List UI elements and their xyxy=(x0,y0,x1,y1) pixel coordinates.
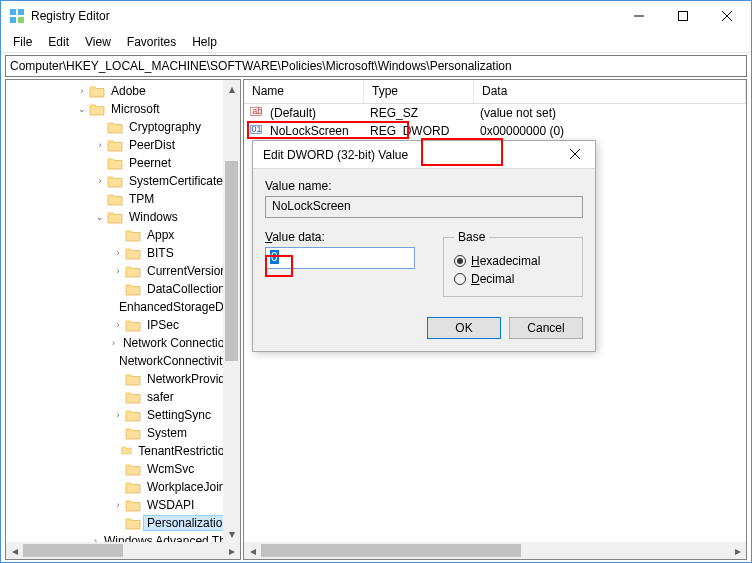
menu-help[interactable]: Help xyxy=(184,33,225,51)
tree-item-wcmsvc[interactable]: WcmSvc xyxy=(6,460,240,478)
tree-item-wsdapi[interactable]: ›WSDAPI xyxy=(6,496,240,514)
value-type: REG_DWORD xyxy=(368,124,478,138)
tree-item-label: Microsoft xyxy=(108,102,163,116)
folder-icon xyxy=(121,444,132,458)
tree-item-tenantrestrictions[interactable]: TenantRestrictions xyxy=(6,442,240,460)
tree-item-peernet[interactable]: Peernet xyxy=(6,154,240,172)
no-expand-icon xyxy=(94,121,106,133)
menu-file[interactable]: File xyxy=(5,33,40,51)
dialog-close-button[interactable] xyxy=(555,148,595,162)
folder-icon xyxy=(89,84,105,98)
chevron-right-icon[interactable]: › xyxy=(112,337,115,349)
menu-favorites[interactable]: Favorites xyxy=(119,33,184,51)
tree-item-label: PeerDist xyxy=(126,138,178,152)
tree-item-tpm[interactable]: TPM xyxy=(6,190,240,208)
chevron-right-icon[interactable]: › xyxy=(76,85,88,97)
folder-icon xyxy=(125,246,141,260)
folder-icon xyxy=(107,120,123,134)
tree-item-windows[interactable]: ⌄Windows xyxy=(6,208,240,226)
no-expand-icon xyxy=(112,517,124,529)
folder-icon xyxy=(125,264,141,278)
tree-item-adobe[interactable]: ›Adobe xyxy=(6,82,240,100)
menu-view[interactable]: View xyxy=(77,33,119,51)
tree-item-bits[interactable]: ›BITS xyxy=(6,244,240,262)
no-expand-icon xyxy=(112,229,124,241)
value-row[interactable]: 011NoLockScreenREG_DWORD0x00000000 (0) xyxy=(244,122,746,140)
tree-item-appx[interactable]: Appx xyxy=(6,226,240,244)
tree-item-currentversion[interactable]: ›CurrentVersion xyxy=(6,262,240,280)
menu-edit[interactable]: Edit xyxy=(40,33,77,51)
svg-rect-1 xyxy=(18,9,24,15)
ok-button[interactable]: OK xyxy=(427,317,501,339)
radio-dec-label: Decimal xyxy=(471,272,514,286)
folder-icon xyxy=(125,516,141,530)
tree-item-microsoft[interactable]: ⌄Microsoft xyxy=(6,100,240,118)
tree-item-label: Windows xyxy=(126,210,181,224)
chevron-right-icon[interactable]: › xyxy=(94,175,106,187)
folder-icon xyxy=(125,426,141,440)
tree-item-peerdist[interactable]: ›PeerDist xyxy=(6,136,240,154)
tree-item-safer[interactable]: safer xyxy=(6,388,240,406)
tree-item-datacollection[interactable]: DataCollection xyxy=(6,280,240,298)
scroll-right-icon[interactable]: ▸ xyxy=(729,542,746,559)
col-name[interactable]: Name xyxy=(244,80,364,103)
value-data-input[interactable]: 0 xyxy=(265,247,415,269)
svg-text:011: 011 xyxy=(252,124,263,134)
radio-hexadecimal[interactable]: Hexadecimal xyxy=(454,254,572,268)
radio-decimal[interactable]: Decimal xyxy=(454,272,572,286)
tree-item-workplacejoin[interactable]: WorkplaceJoin xyxy=(6,478,240,496)
list-scrollbar-horizontal[interactable]: ◂ ▸ xyxy=(244,542,746,559)
chevron-right-icon[interactable]: › xyxy=(112,265,124,277)
folder-icon xyxy=(125,282,141,296)
address-bar[interactable]: Computer\HKEY_LOCAL_MACHINE\SOFTWARE\Pol… xyxy=(5,55,747,77)
no-expand-icon xyxy=(112,427,124,439)
dword-value-icon: 011 xyxy=(248,123,264,139)
close-button[interactable] xyxy=(705,2,749,30)
no-expand-icon xyxy=(94,157,106,169)
no-expand-icon xyxy=(112,481,124,493)
col-type[interactable]: Type xyxy=(364,80,474,103)
minimize-button[interactable] xyxy=(617,2,661,30)
folder-icon xyxy=(107,138,123,152)
tree-item-label: SettingSync xyxy=(144,408,214,422)
maximize-button[interactable] xyxy=(661,2,705,30)
scroll-down-icon[interactable]: ▾ xyxy=(223,525,240,542)
tree-item-settingsync[interactable]: ›SettingSync xyxy=(6,406,240,424)
radio-icon xyxy=(454,273,466,285)
tree-item-systemcertificates[interactable]: ›SystemCertificates xyxy=(6,172,240,190)
chevron-down-icon[interactable]: ⌄ xyxy=(76,103,88,115)
tree-item-networkprovider[interactable]: NetworkProvider xyxy=(6,370,240,388)
tree-item-cryptography[interactable]: Cryptography xyxy=(6,118,240,136)
cancel-button[interactable]: Cancel xyxy=(509,317,583,339)
chevron-right-icon[interactable]: › xyxy=(112,247,124,259)
chevron-right-icon[interactable]: › xyxy=(112,499,124,511)
tree-item-networkconnectivitystatusindicator[interactable]: NetworkConnectivityStatusIndicator xyxy=(6,352,240,370)
base-legend: Base xyxy=(454,230,489,244)
svg-rect-0 xyxy=(10,9,16,15)
scroll-left-icon[interactable]: ◂ xyxy=(244,542,261,559)
tree-item-network-connections[interactable]: ›Network Connections xyxy=(6,334,240,352)
dialog-titlebar[interactable]: Edit DWORD (32-bit) Value xyxy=(253,141,595,169)
folder-icon xyxy=(125,408,141,422)
scroll-right-icon[interactable]: ▸ xyxy=(223,542,240,559)
chevron-right-icon[interactable]: › xyxy=(112,409,124,421)
registry-tree[interactable]: ›Adobe⌄MicrosoftCryptography›PeerDistPee… xyxy=(6,80,240,552)
chevron-right-icon[interactable]: › xyxy=(112,319,124,331)
col-data[interactable]: Data xyxy=(474,80,746,103)
value-row[interactable]: ab(Default)REG_SZ(value not set) xyxy=(244,104,746,122)
string-value-icon: ab xyxy=(248,105,264,121)
tree-scrollbar-horizontal[interactable]: ◂ ▸ xyxy=(6,542,240,559)
titlebar[interactable]: Registry Editor xyxy=(1,1,751,31)
chevron-right-icon[interactable]: › xyxy=(94,139,106,151)
tree-item-ipsec[interactable]: ›IPSec xyxy=(6,316,240,334)
tree-item-system[interactable]: System xyxy=(6,424,240,442)
tree-item-label: DataCollection xyxy=(144,282,228,296)
scroll-up-icon[interactable]: ▴ xyxy=(223,80,240,97)
chevron-down-icon[interactable]: ⌄ xyxy=(94,211,106,223)
folder-icon xyxy=(125,480,141,494)
scroll-left-icon[interactable]: ◂ xyxy=(6,542,23,559)
tree-item-enhancedstoragedevices[interactable]: EnhancedStorageDevices xyxy=(6,298,240,316)
tree-item-personalization[interactable]: Personalization xyxy=(6,514,240,532)
radio-icon xyxy=(454,255,466,267)
tree-scrollbar-vertical[interactable]: ▴ ▾ xyxy=(223,80,240,542)
